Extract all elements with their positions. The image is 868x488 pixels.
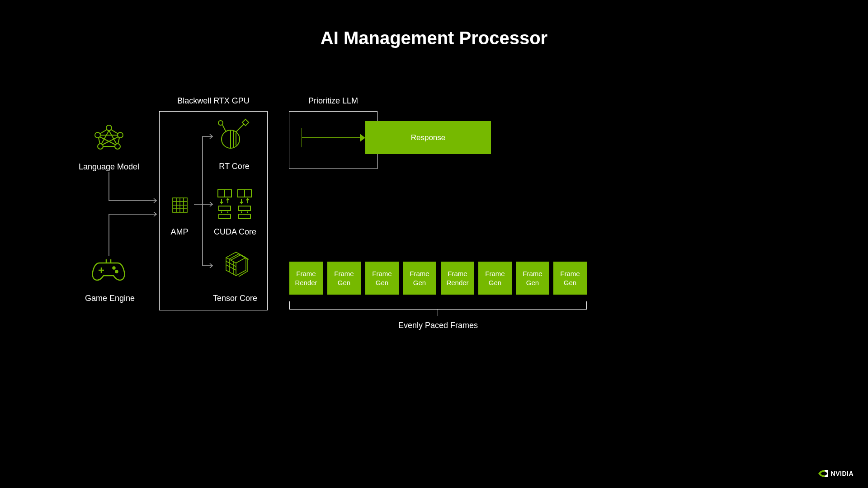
svg-point-3 bbox=[98, 144, 103, 149]
tensor-core-label: Tensor Core bbox=[212, 294, 258, 303]
svg-line-5 bbox=[100, 130, 107, 134]
svg-point-0 bbox=[106, 125, 112, 131]
svg-point-17 bbox=[113, 267, 115, 269]
svg-point-32 bbox=[218, 121, 223, 125]
svg-point-2 bbox=[118, 132, 123, 138]
svg-point-18 bbox=[116, 271, 118, 273]
frame-box-2: FrameGen bbox=[365, 262, 399, 295]
svg-line-33 bbox=[222, 125, 226, 132]
frame-box-4: FrameRender bbox=[441, 262, 474, 295]
slide-title: AI Management Processor bbox=[0, 28, 868, 48]
input-arrows bbox=[107, 172, 161, 262]
frame-box-5: FrameGen bbox=[478, 262, 512, 295]
frames-caption: Evenly Paced Frames bbox=[289, 321, 587, 330]
neural-net-icon bbox=[93, 124, 125, 153]
svg-line-7 bbox=[99, 138, 100, 144]
frames-bracket bbox=[289, 301, 587, 310]
raytrace-icon bbox=[217, 117, 251, 152]
svg-marker-48 bbox=[360, 134, 365, 142]
game-engine-label: Game Engine bbox=[85, 294, 133, 303]
tensor-icon bbox=[222, 249, 250, 280]
brand-text: NVIDIA bbox=[831, 470, 854, 477]
chip-icon bbox=[171, 196, 189, 214]
amp-label: AMP bbox=[164, 227, 195, 237]
cores-icon bbox=[216, 189, 253, 220]
prioritize-llm-heading: Prioritize LLM bbox=[289, 96, 377, 106]
frames-bracket-tick bbox=[438, 310, 438, 316]
svg-line-8 bbox=[118, 138, 119, 144]
svg-point-4 bbox=[115, 144, 120, 149]
svg-line-34 bbox=[236, 124, 244, 132]
svg-rect-41 bbox=[239, 206, 250, 211]
nvidia-eye-icon bbox=[818, 470, 828, 477]
language-model-label: Language Model bbox=[76, 162, 142, 172]
brand-logo: NVIDIA bbox=[818, 470, 854, 477]
svg-point-1 bbox=[95, 132, 100, 138]
frame-box-0: FrameRender bbox=[289, 262, 323, 295]
svg-line-6 bbox=[111, 130, 118, 134]
gpu-heading: Blackwell RTX GPU bbox=[159, 96, 268, 106]
llm-arrow-start bbox=[302, 128, 302, 147]
frame-box-7: FrameGen bbox=[553, 262, 587, 295]
amp-fanout-arrows bbox=[192, 131, 222, 271]
rt-core-label: RT Core bbox=[217, 162, 251, 171]
response-bar: Response bbox=[365, 121, 491, 154]
frame-box-6: FrameGen bbox=[516, 262, 549, 295]
svg-rect-43 bbox=[239, 214, 250, 219]
frame-box-1: FrameGen bbox=[327, 262, 361, 295]
llm-arrow-stem bbox=[302, 137, 363, 138]
frame-box-3: FrameGen bbox=[403, 262, 436, 295]
